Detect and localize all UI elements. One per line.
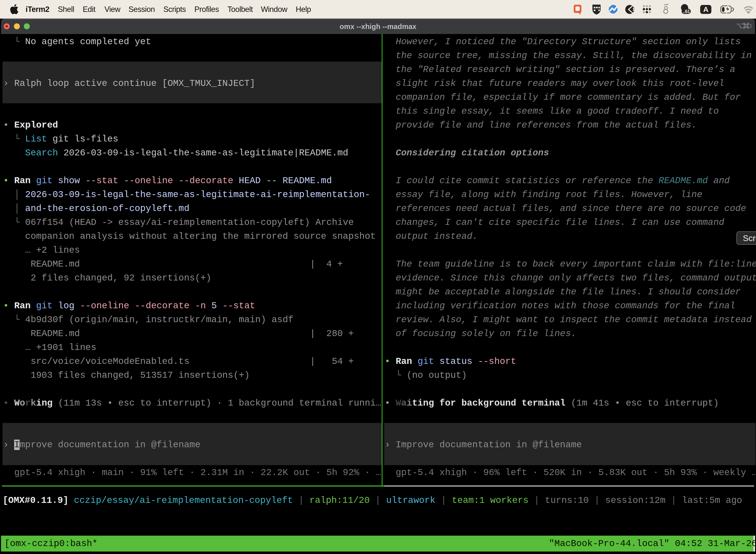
svg-text:1: 1 <box>749 23 751 29</box>
svg-text:A: A <box>703 5 708 13</box>
svg-text:..61: ..61 <box>683 9 690 14</box>
